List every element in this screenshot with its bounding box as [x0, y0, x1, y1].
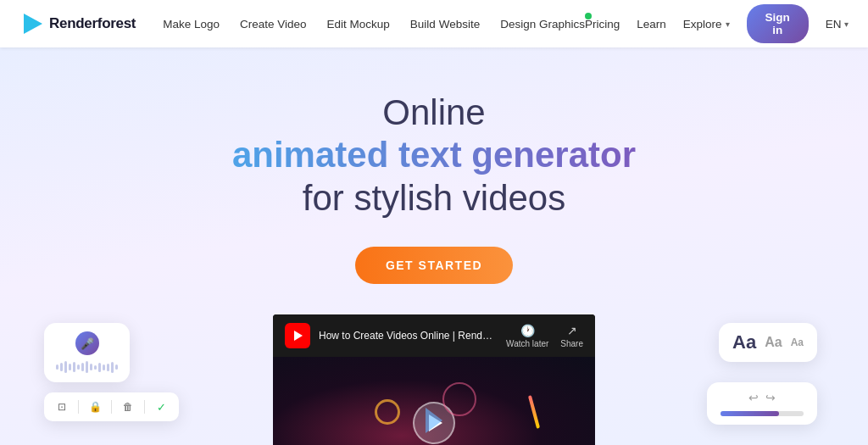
- svg-marker-0: [24, 14, 42, 34]
- audio-widget: 🎤: [44, 323, 130, 382]
- nav-design-graphics[interactable]: Design Graphics: [500, 18, 585, 31]
- nav-links: Make Logo Create Video Edit Mockup Build…: [163, 18, 585, 31]
- font-widget: Aa Aa Aa: [719, 323, 817, 362]
- toolbar-divider3: [144, 400, 145, 414]
- nav-make-logo[interactable]: Make Logo: [163, 18, 220, 31]
- share-icon: ↗: [567, 324, 577, 337]
- video-topbar: How to Create Videos Online | Renderfore…: [273, 314, 595, 357]
- video-player[interactable]: How to Create Videos Online | Renderfore…: [273, 314, 595, 445]
- youtube-icon: [285, 323, 310, 348]
- decor-ring: [375, 399, 400, 425]
- lang-chevron-icon: ▾: [844, 19, 849, 29]
- delete-icon[interactable]: 🗑: [120, 399, 136, 414]
- hero-section: Online animated text generator for styli…: [0, 47, 868, 445]
- video-actions: 🕐 Watch later ↗ Share: [506, 324, 583, 348]
- nav-build-website[interactable]: Build Website: [410, 18, 480, 31]
- get-started-button[interactable]: GET STARTED: [355, 247, 513, 284]
- toolbar-widget: ⊡ 🔒 🗑 ✓: [44, 392, 179, 421]
- audio-wave: [56, 360, 118, 374]
- nav-create-video[interactable]: Create Video: [240, 18, 307, 31]
- language-selector[interactable]: EN ▾: [826, 18, 849, 31]
- chevron-down-icon: ▾: [726, 19, 730, 29]
- clock-icon: 🕐: [520, 324, 535, 337]
- crop-icon[interactable]: ⊡: [54, 399, 70, 414]
- hero-title-line3: for stylish videos: [232, 177, 636, 220]
- nav-pricing[interactable]: Pricing: [585, 18, 620, 31]
- decor-circle: [442, 382, 476, 416]
- arrow-left-icon[interactable]: ↩: [748, 391, 759, 404]
- mic-icon: 🎤: [75, 331, 99, 355]
- signin-button[interactable]: Sign in: [747, 4, 809, 43]
- watch-later-button[interactable]: 🕐 Watch later: [506, 324, 548, 348]
- new-badge: [585, 13, 592, 19]
- slider-arrows: ↩ ↪: [721, 391, 804, 404]
- share-button[interactable]: ↗ Share: [560, 324, 583, 348]
- slider-track[interactable]: [721, 411, 804, 416]
- decor-triangle: [426, 408, 442, 433]
- brand-name: Renderforest: [49, 15, 136, 32]
- hero-title-line1: Online: [232, 92, 636, 134]
- decor-pencil: [528, 395, 540, 429]
- nav-learn[interactable]: Learn: [637, 18, 666, 31]
- brand-logo[interactable]: Renderforest: [20, 12, 136, 36]
- video-thumbnail[interactable]: [273, 357, 595, 445]
- font-size-large[interactable]: Aa: [732, 331, 756, 353]
- arrow-right-icon[interactable]: ↪: [765, 391, 776, 404]
- video-section: 🎤 ⊡ 🔒: [0, 314, 868, 445]
- share-label: Share: [560, 339, 583, 348]
- nav-right: Pricing Learn Explore ▾ Sign in EN ▾: [585, 4, 849, 43]
- hero-title: Online animated text generator for styli…: [232, 92, 636, 220]
- video-title: How to Create Videos Online | Renderfore…: [319, 330, 498, 342]
- nav-explore[interactable]: Explore ▾: [683, 18, 730, 31]
- lock-icon[interactable]: 🔒: [87, 399, 103, 414]
- font-size-medium[interactable]: Aa: [765, 335, 782, 350]
- check-icon[interactable]: ✓: [153, 399, 169, 414]
- navbar: Renderforest Make Logo Create Video Edit…: [0, 0, 868, 47]
- toolbar-divider: [78, 400, 79, 414]
- font-size-small[interactable]: Aa: [791, 337, 804, 348]
- toolbar-divider2: [111, 400, 112, 414]
- watch-later-label: Watch later: [506, 339, 548, 348]
- slider-fill: [721, 411, 779, 416]
- hero-title-line2: animated text generator: [232, 134, 636, 176]
- play-triangle-icon: [294, 331, 303, 341]
- slider-widget: ↩ ↪: [707, 382, 817, 425]
- nav-edit-mockup[interactable]: Edit Mockup: [327, 18, 390, 31]
